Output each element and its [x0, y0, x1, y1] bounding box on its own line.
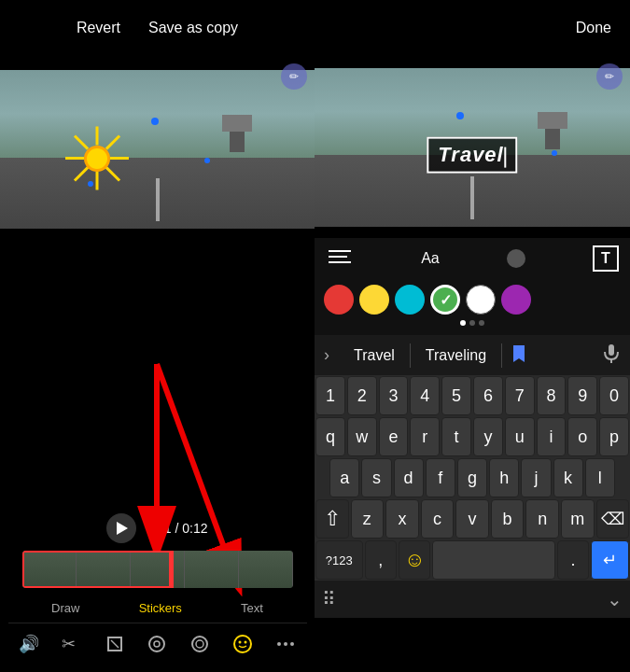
svg-point-14 [244, 641, 246, 644]
key-i[interactable]: i [537, 417, 567, 456]
color-red[interactable] [324, 285, 354, 315]
play-button[interactable] [106, 513, 136, 543]
revert-button[interactable]: Revert [77, 20, 120, 36]
key-k[interactable]: k [553, 458, 583, 497]
pencil-icon-right: ✏ [605, 70, 614, 83]
edit-icon-left[interactable]: ✏ [281, 63, 307, 90]
mic-icon[interactable] [602, 343, 621, 368]
key-w[interactable]: w [347, 417, 377, 456]
text-label[interactable]: Text [241, 601, 263, 615]
done-button[interactable]: Done [576, 20, 611, 36]
color-row [324, 285, 621, 315]
align-icon[interactable] [326, 248, 354, 270]
more-icon[interactable] [273, 631, 299, 657]
asdf-row: a s d f g h j k l [315, 457, 630, 498]
key-e[interactable]: e [379, 417, 409, 456]
key-0[interactable]: 0 [599, 376, 629, 415]
blue-dot-2 [204, 158, 210, 163]
slider-dot[interactable] [507, 249, 525, 268]
edit-icon-right[interactable]: ✏ [596, 63, 623, 90]
suggestion-traveling[interactable]: Traveling [411, 343, 502, 368]
svg-point-15 [277, 642, 281, 646]
svg-point-11 [196, 640, 203, 648]
stickers-label[interactable]: Stickers [139, 601, 182, 615]
sound-icon[interactable]: 🔊 [16, 631, 42, 657]
aa-button[interactable]: Aa [421, 250, 440, 267]
key-3[interactable]: 3 [379, 376, 409, 415]
suggestion-travel[interactable]: Travel [339, 343, 411, 368]
key-z[interactable]: z [351, 499, 385, 539]
color-green[interactable] [430, 285, 460, 315]
effects-icon[interactable] [144, 631, 170, 657]
key-u[interactable]: u [505, 417, 535, 456]
right-header: Done [315, 0, 630, 56]
adjust-icon[interactable] [187, 631, 213, 657]
key-2[interactable]: 2 [347, 376, 377, 415]
key-b[interactable]: b [491, 499, 525, 539]
key-7[interactable]: 7 [505, 376, 535, 415]
backspace-key[interactable]: ⌫ [596, 499, 630, 539]
key-x[interactable]: x [385, 499, 419, 539]
text-cursor [505, 147, 507, 167]
color-cyan[interactable] [395, 285, 425, 315]
svg-point-12 [234, 636, 251, 652]
color-purple[interactable] [501, 285, 531, 315]
right-video-preview: Travel ✏ [315, 56, 630, 238]
crop-icon[interactable] [102, 631, 128, 657]
color-yellow[interactable] [359, 285, 389, 315]
road-line-right [470, 176, 474, 219]
key-n[interactable]: n [525, 499, 559, 539]
key-p[interactable]: p [599, 417, 629, 456]
key-r[interactable]: r [410, 417, 440, 456]
key-l[interactable]: l [585, 458, 615, 497]
key-j[interactable]: j [521, 458, 551, 497]
key-h[interactable]: h [489, 458, 519, 497]
keyboard-grid-icon[interactable]: ⠿ [322, 588, 336, 610]
key-d[interactable]: d [394, 458, 424, 497]
scissors-icon[interactable]: ✂ [59, 631, 85, 657]
road-line-left [156, 178, 160, 221]
toolbar-icons: 🔊 ✂ [8, 623, 307, 665]
key-o[interactable]: o [567, 417, 597, 456]
key-8[interactable]: 8 [537, 376, 567, 415]
key-9[interactable]: 9 [567, 376, 597, 415]
travel-sticker[interactable]: Travel [427, 137, 517, 174]
sign-post-right [545, 112, 560, 149]
enter-key[interactable]: ↵ [591, 540, 629, 580]
key-t[interactable]: t [441, 417, 471, 456]
key-4[interactable]: 4 [410, 376, 440, 415]
color-white[interactable] [466, 285, 496, 315]
key-y[interactable]: y [473, 417, 503, 456]
key-v[interactable]: v [455, 499, 489, 539]
timeline-strip[interactable] [22, 551, 293, 588]
key-6[interactable]: 6 [473, 376, 503, 415]
save-as-copy-button[interactable]: Save as copy [148, 20, 238, 36]
timeline-segment-5 [239, 551, 293, 588]
sun-sticker[interactable] [69, 131, 125, 187]
comma-key[interactable]: , [365, 540, 397, 580]
keyboard-hide-icon[interactable]: ⌄ [607, 588, 623, 610]
timeline-handle[interactable] [171, 551, 174, 588]
key-q[interactable]: q [315, 417, 345, 456]
key-g[interactable]: g [457, 458, 487, 497]
left-panel: Revert Save as copy [0, 0, 315, 672]
period-key[interactable]: . [557, 540, 589, 580]
key-c[interactable]: c [421, 499, 455, 539]
space-key[interactable] [432, 540, 554, 580]
emoji-icon[interactable] [230, 631, 256, 657]
suggestion-arrow-icon[interactable]: › [324, 345, 329, 365]
text-style-button[interactable]: T [593, 245, 619, 272]
play-controls: 0:11 / 0:12 [106, 513, 207, 543]
key-m[interactable]: m [561, 499, 595, 539]
symbols-key[interactable]: ?123 [315, 540, 363, 580]
key-1[interactable]: 1 [315, 376, 345, 415]
right-video-content: Travel [315, 68, 630, 227]
svg-point-8 [149, 637, 164, 651]
shift-key[interactable]: ⇧ [315, 499, 349, 539]
draw-label[interactable]: Draw [51, 601, 79, 615]
key-5[interactable]: 5 [441, 376, 471, 415]
key-a[interactable]: a [329, 458, 359, 497]
emoji-key[interactable]: ☺ [399, 540, 430, 580]
key-f[interactable]: f [426, 458, 455, 497]
key-s[interactable]: s [361, 458, 391, 497]
